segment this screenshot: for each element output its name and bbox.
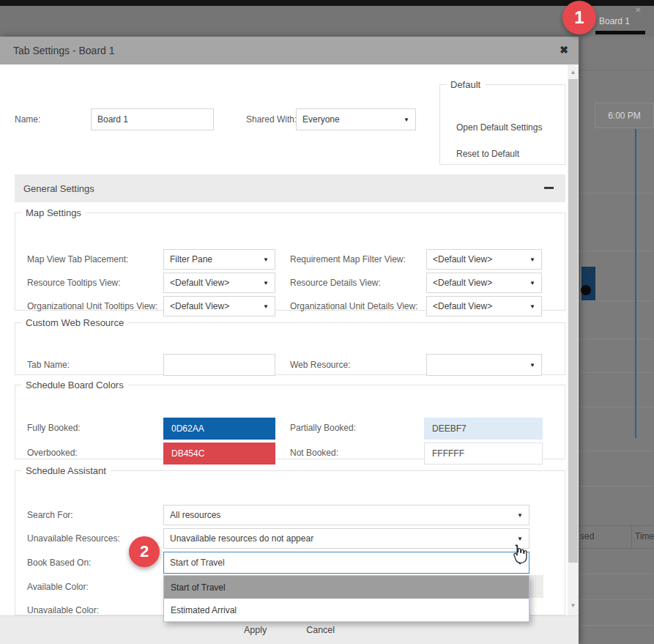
book-based-on-select[interactable]: Start of Travel ▼: [163, 552, 529, 574]
schedule-assistant-group: Schedule Assistant Search For: All resou…: [15, 465, 565, 615]
time-header-label: 6:00 PM: [608, 111, 641, 121]
unavailable-color-label: Unavailable Color:: [27, 605, 99, 615]
reset-to-default-link[interactable]: Reset to Default: [456, 149, 519, 159]
unavailable-resources-label: Unavailable Resources:: [27, 533, 120, 544]
cancel-button[interactable]: Cancel: [300, 622, 341, 638]
tab-name-input[interactable]: [163, 354, 275, 376]
bg-gridline: [579, 548, 654, 549]
chevron-down-icon: ▼: [529, 256, 535, 263]
scroll-up-icon[interactable]: ▲: [568, 66, 579, 78]
resource-details-view-select[interactable]: <Default View> ▼: [426, 273, 542, 293]
resource-tooltips-view-select[interactable]: <Default View> ▼: [163, 273, 275, 293]
book-based-on-label: Book Based On:: [27, 558, 91, 568]
requirement-map-filter-view-select[interactable]: <Default View> ▼: [426, 249, 542, 270]
requirement-map-filter-view-value: <Default View>: [433, 254, 492, 264]
search-for-select[interactable]: All resources ▼: [163, 505, 529, 525]
bg-gridline: [579, 486, 654, 486]
callout-step-2-number: 2: [140, 542, 149, 561]
time-header-cell: 6:00 PM: [595, 103, 654, 128]
fully-booked-label: Fully Booked:: [27, 423, 81, 433]
bg-gridline: [579, 599, 654, 600]
booking-block: [581, 267, 595, 300]
custom-web-resource-group: Custom Web Resource Tab Name: Web Resour…: [15, 317, 565, 375]
shared-with-select[interactable]: Everyone ▼: [296, 108, 416, 130]
web-resource-label: Web Resource:: [290, 360, 350, 370]
shared-with-label: Shared With:: [246, 114, 297, 125]
apply-button[interactable]: Apply: [238, 622, 272, 638]
overbooked-color-input[interactable]: DB454C: [163, 443, 275, 465]
search-for-label: Search For:: [27, 510, 73, 520]
resource-details-view-value: <Default View>: [433, 278, 492, 288]
resource-tooltips-view-label: Resource Tooltips View:: [27, 278, 121, 288]
chevron-down-icon: ▼: [263, 256, 269, 263]
default-group-legend: Default: [446, 79, 485, 90]
dropdown-option-estimated-arrival[interactable]: Estimated Arrival: [164, 599, 529, 621]
callout-step-1: 1: [562, 1, 596, 34]
active-tab-indicator: [595, 31, 645, 34]
fully-booked-color-value: 0D62AA: [171, 423, 204, 434]
dialog-titlebar: Tab Settings - Board 1 ✖: [0, 37, 579, 64]
panel-column-right-label: Time: [635, 531, 654, 541]
dropdown-option-label: Start of Travel: [171, 582, 226, 593]
map-settings-legend: Map Settings: [21, 207, 86, 218]
dialog-title: Tab Settings - Board 1: [13, 45, 115, 56]
bg-gridline: [579, 625, 654, 626]
not-booked-label: Not Booked:: [290, 448, 338, 458]
booking-status-dot: [581, 285, 591, 295]
open-default-settings-link[interactable]: Open Default Settings: [456, 122, 542, 133]
org-unit-details-view-label: Organizational Unit Details View:: [290, 301, 418, 311]
general-settings-title: General Settings: [23, 183, 94, 194]
general-settings-header[interactable]: General Settings: [15, 174, 565, 202]
unavailable-resources-select[interactable]: Unavailable resources do not appear ▼: [163, 528, 529, 549]
bg-gridline: [579, 70, 654, 70]
background-top-strip: [0, 0, 654, 6]
partially-booked-color-value: DEEBF7: [432, 423, 467, 434]
dropdown-option-start-of-travel[interactable]: Start of Travel: [164, 576, 529, 599]
overbooked-color-value: DB454C: [171, 448, 204, 459]
available-color-label: Available Color:: [27, 582, 89, 592]
web-resource-select[interactable]: ▼: [426, 354, 542, 376]
current-time-line: [635, 129, 636, 438]
partially-booked-color-input[interactable]: DEEBF7: [424, 418, 543, 440]
bg-gridline: [579, 407, 654, 407]
scrollbar-thumb[interactable]: [568, 79, 578, 563]
schedule-board-colors-legend: Schedule Board Colors: [21, 380, 128, 391]
tab-name-label: Tab Name:: [27, 360, 70, 370]
schedule-assistant-legend: Schedule Assistant: [21, 465, 111, 476]
shared-with-value: Everyone: [302, 114, 340, 125]
dialog-scrollbar[interactable]: ▲ ▼: [568, 64, 579, 615]
name-input[interactable]: Board 1: [91, 108, 214, 130]
bg-gridline: [579, 372, 654, 373]
callout-step-2: 2: [129, 536, 160, 567]
bg-gridline: [579, 338, 654, 339]
dialog-close-icon[interactable]: ✖: [560, 44, 568, 56]
not-booked-color-input[interactable]: FFFFFF: [424, 443, 543, 465]
map-view-tab-placement-label: Map View Tab Placement:: [27, 254, 128, 264]
requirement-map-filter-view-label: Requirement Map Filter View:: [290, 254, 406, 264]
scroll-down-icon[interactable]: ▼: [568, 599, 579, 611]
book-based-on-value: Start of Travel: [170, 558, 225, 568]
org-unit-tooltips-view-select[interactable]: <Default View> ▼: [163, 296, 275, 317]
cursor-hand-icon: [510, 544, 528, 564]
org-unit-details-view-select[interactable]: <Default View> ▼: [426, 296, 542, 317]
schedule-board-colors-group: Schedule Board Colors Fully Booked: 0D62…: [15, 380, 565, 459]
chevron-down-icon: ▼: [517, 536, 523, 542]
collapse-icon[interactable]: [544, 187, 554, 189]
board-tab-close-icon: ✕: [635, 6, 641, 14]
bg-gridline: [579, 525, 654, 526]
chevron-down-icon: ▼: [404, 116, 409, 123]
custom-web-resource-legend: Custom Web Resource: [21, 317, 128, 328]
org-unit-tooltips-view-value: <Default View>: [170, 301, 229, 311]
not-booked-color-value: FFFFFF: [432, 448, 464, 459]
map-view-tab-placement-value: Filter Pane: [170, 254, 212, 264]
default-group: Default Open Default Settings Reset to D…: [439, 79, 565, 165]
partially-booked-label: Partially Booked:: [290, 423, 356, 433]
name-label: Name:: [15, 114, 40, 125]
map-view-tab-placement-select[interactable]: Filter Pane ▼: [163, 249, 275, 270]
dropdown-option-label: Estimated Arrival: [171, 605, 237, 615]
callout-step-1-number: 1: [574, 7, 584, 28]
chevron-down-icon: ▼: [263, 303, 269, 310]
background-tab-bar: [0, 6, 654, 37]
fully-booked-color-input[interactable]: 0D62AA: [163, 418, 275, 440]
available-color-input-edge[interactable]: [529, 575, 543, 598]
